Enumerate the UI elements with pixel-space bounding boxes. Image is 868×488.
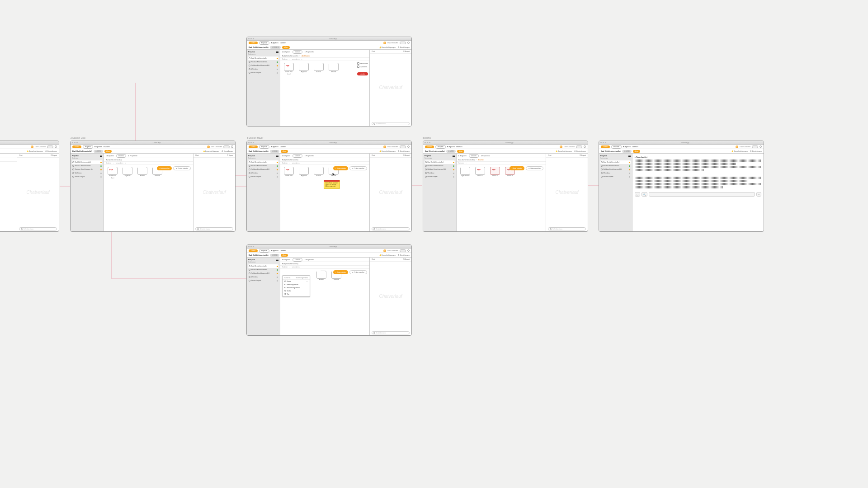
tab-aufgaben[interactable]: ▸ Aufgaben	[106, 155, 114, 157]
search-icon	[373, 123, 375, 125]
doc-tool-search[interactable]: 🔍	[642, 192, 647, 197]
tab-aufgaben[interactable]: ▸ Aufgaben	[282, 51, 290, 53]
file-item-folder[interactable]: Aufmaß	[313, 167, 325, 177]
settings-link[interactable]: Einstellungen	[398, 47, 410, 48]
action-move[interactable]: Verschieben	[357, 62, 368, 65]
newfolder-button[interactable]: ⊕ Ordner erstellen	[349, 270, 367, 274]
chat-export[interactable]: Export	[403, 51, 410, 52]
doc-text-line	[635, 183, 761, 185]
breadcrumb: Bad (Schlichtenstraße)›alle Dateien	[280, 54, 369, 58]
newfolder-button[interactable]: ⊕ Ordner erstellen	[349, 166, 367, 170]
theme-toggle[interactable]	[400, 42, 406, 44]
settings-link[interactable]: Einstellungen	[222, 150, 233, 152]
file-item-pdf[interactable]: PDFGrober PlanAngel	[107, 167, 118, 179]
avatar[interactable]	[207, 145, 210, 148]
nav-projekte[interactable]: Projekte	[259, 41, 269, 45]
nav-aufgaben[interactable]: Aufgaben	[94, 145, 102, 148]
artboard-filelist: Crafter App crafterProjekteAufgabenDatei…	[70, 141, 236, 232]
upload-button[interactable]: + Datei erstellen	[333, 270, 348, 274]
file-item-pdf[interactable]: PDFGrober PlanAngel	[283, 63, 295, 75]
doc-tool-1[interactable]: ⬚	[635, 192, 640, 197]
file-item-folder[interactable]: Aufmaß	[316, 271, 327, 281]
file-item-pdf[interactable]: PDFGrober Plan	[283, 167, 295, 177]
sort-option[interactable]: Erstellungsdatum	[283, 283, 310, 286]
artboard-docviewer: Crafter App crafterProjekteAufgabenDatei…	[599, 141, 764, 232]
chat-input[interactable]: Schreibe etwas	[548, 227, 586, 230]
sort-option[interactable]: Bearbeitungsdatum	[283, 286, 310, 289]
sidebar-item[interactable]: Neubau Maierlindenstr.	[72, 164, 102, 168]
sidebar-item[interactable]: Bad (Schlichtenstraße)	[72, 160, 102, 164]
chat-input[interactable]: Schreibe etwas	[195, 227, 233, 230]
artboard-partial-left: Crafter App crafterProjekteAufgabenDatei…	[0, 141, 59, 232]
file-item-pdf[interactable]: PDFBericht-2	[489, 167, 501, 177]
sidebar-item[interactable]: Bad (Schlichtenstraße)	[248, 56, 278, 60]
chat-input[interactable]: Schreibe etwas	[372, 227, 410, 230]
file-item-pdf[interactable]: PDFBericht-1	[474, 167, 486, 177]
avatar[interactable]	[383, 42, 386, 44]
action-delete[interactable]: Löschen	[357, 72, 368, 75]
sidebar-item[interactable]: Wohnbau	[248, 67, 278, 71]
tab-projektinfo[interactable]: ▸ Projektinfo	[128, 155, 137, 157]
sidebar-item[interactable]: Wohnbau	[72, 171, 102, 175]
newfolder-button[interactable]: ⊕ Ordner erstellen	[173, 166, 191, 170]
window-titlebar: Crafter App	[247, 37, 411, 41]
sort-option[interactable]: Typ	[283, 292, 310, 296]
sidebar-item[interactable]: Rohbau Kirschhausen EH	[72, 168, 102, 171]
chat-export[interactable]: Export	[227, 155, 233, 156]
chat-title: Chat	[372, 51, 375, 52]
sidebar: Projekte Sortierung ▾ Bad (Schlichtenstr…	[247, 50, 280, 126]
file-item-folder[interactable]: Tagesberichte	[459, 167, 471, 177]
logo-pill[interactable]: crafter	[249, 42, 258, 44]
file-item-folder[interactable]: Angebote	[298, 167, 310, 177]
upload-button[interactable]: + Datei erstellen	[333, 166, 348, 170]
tab-dateien[interactable]: Dateien	[116, 154, 126, 158]
logo-pill[interactable]: crafter	[72, 145, 81, 148]
open-button[interactable]: öffnen	[282, 46, 289, 49]
artboard-label: Berichte	[423, 136, 431, 139]
search-icon[interactable]	[407, 42, 410, 44]
artboard-sortmenu: Crafter App crafterProjekteAufgabenDatei…	[246, 244, 412, 336]
file-item-folder[interactable]: Aufmaß	[137, 167, 148, 177]
main-tabs: ▸ Aufgaben Dateien ▸ Projektinfo	[280, 50, 369, 54]
sidebar-item[interactable]: Neues Projekt	[248, 71, 278, 75]
open-button[interactable]: öffnen	[104, 150, 112, 153]
hamburger-icon[interactable]	[100, 155, 102, 157]
username: Dani Christoffel	[387, 42, 398, 44]
nav-dateien[interactable]: Dateien	[104, 145, 110, 148]
file-item-folder[interactable]: Angebote	[122, 167, 133, 177]
doc-footer-buttons: ⬚ 🔍 ✎	[635, 192, 761, 197]
sort-option[interactable]: Name	[283, 280, 310, 283]
chat-input[interactable]: Schreibe etwas	[372, 122, 410, 125]
chat-input[interactable]: Schreibe etwas	[372, 331, 410, 334]
sidebar-item[interactable]: Neubau Maierlindenstr.	[248, 60, 278, 64]
page-title: Bad (Schlichtenstraße)	[249, 46, 269, 48]
notifications-link[interactable]: Benachrichtigungen	[203, 150, 219, 152]
doc-tool-edit[interactable]: ✎	[756, 192, 761, 197]
cursor-icon: ➤	[332, 172, 335, 176]
document-viewer: ▸ Tagesbericht ⬚ 🔍 ✎	[632, 154, 764, 231]
tab-projektinfo[interactable]: ▸ Projektinfo	[305, 51, 314, 53]
artboard-label: 2 Dateien Liste	[71, 136, 85, 139]
hamburger-icon[interactable]	[276, 51, 278, 53]
flow-connectors	[0, 0, 868, 488]
sidebar-item[interactable]: Neues Projekt	[72, 175, 102, 178]
theme-toggle[interactable]	[223, 145, 230, 148]
file-item-folder[interactable]: Berichte	[328, 63, 340, 73]
sort-option[interactable]: Größe	[283, 289, 310, 292]
file-item-folder[interactable]: Aufmaß	[313, 63, 325, 73]
nav-dateien[interactable]: Dateien	[280, 42, 286, 44]
file-action-panel: Verschieben Duplizieren Löschen	[357, 62, 368, 75]
upload-button[interactable]: + Datei erstellen	[509, 166, 524, 170]
file-item-folder[interactable]: Angebote	[298, 63, 310, 73]
nav-aufgaben[interactable]: Aufgaben	[271, 42, 278, 44]
action-duplicate[interactable]: Duplizieren	[357, 66, 368, 68]
search-icon[interactable]	[231, 145, 233, 148]
tab-dateien[interactable]: Dateien	[292, 50, 302, 54]
upload-button[interactable]: + Datei erstellen	[157, 166, 172, 170]
nav-projekte[interactable]: Projekte	[83, 145, 93, 149]
sidebar-sort[interactable]: Sortierung ▾	[248, 53, 278, 55]
notifications-link[interactable]: Benachrichtigungen	[379, 47, 396, 48]
newfolder-button[interactable]: ⊕ Ordner erstellen	[526, 166, 543, 170]
sidebar-item[interactable]: Rohbau Kirschhausen EH	[248, 64, 278, 67]
artboard-hover: Crafter App crafterProjekteAufgabenDatei…	[246, 141, 412, 232]
